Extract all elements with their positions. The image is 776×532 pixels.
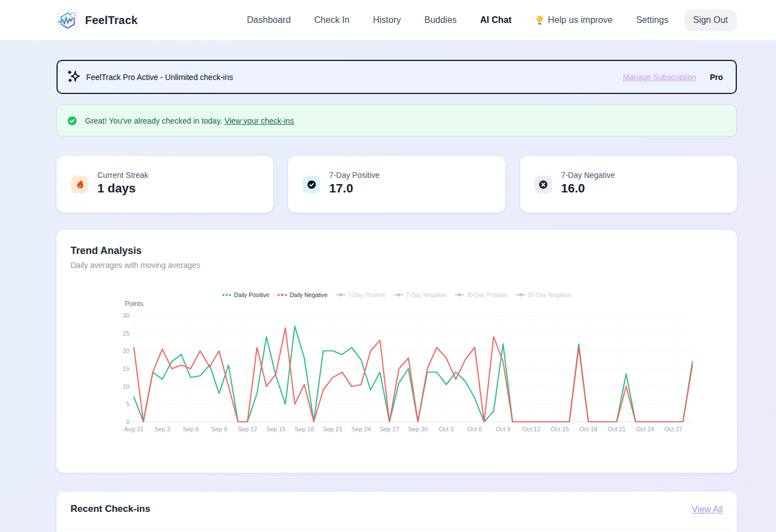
svg-text:Oct 3: Oct 3 bbox=[439, 426, 454, 432]
svg-text:Sep 27: Sep 27 bbox=[380, 426, 399, 432]
svg-text:30: 30 bbox=[123, 312, 129, 319]
svg-text:Oct 21: Oct 21 bbox=[608, 426, 625, 432]
svg-text:0: 0 bbox=[126, 418, 129, 425]
svg-text:Sep 6: Sep 6 bbox=[182, 426, 199, 432]
svg-text:25: 25 bbox=[123, 330, 129, 337]
svg-text:Sep 21: Sep 21 bbox=[323, 426, 342, 432]
svg-text:5: 5 bbox=[126, 401, 129, 407]
svg-text:Oct 12: Oct 12 bbox=[523, 426, 540, 432]
svg-text:Sep 15: Sep 15 bbox=[266, 426, 286, 432]
svg-text:15: 15 bbox=[123, 365, 129, 372]
svg-text:Oct 24: Oct 24 bbox=[636, 426, 654, 432]
svg-text:Sep 30: Sep 30 bbox=[408, 426, 427, 432]
svg-text:Sep 18: Sep 18 bbox=[294, 426, 314, 432]
svg-text:Sep 3: Sep 3 bbox=[154, 426, 171, 432]
svg-text:Oct 9: Oct 9 bbox=[496, 426, 510, 432]
svg-text:Oct 27: Oct 27 bbox=[664, 426, 682, 432]
svg-text:Sep 9: Sep 9 bbox=[211, 426, 227, 432]
svg-text:Points: Points bbox=[125, 300, 143, 308]
svg-text:Sep 24: Sep 24 bbox=[351, 426, 371, 432]
svg-text:Aug 31: Aug 31 bbox=[124, 426, 144, 432]
svg-text:Sep 12: Sep 12 bbox=[238, 426, 257, 432]
svg-text:Oct 15: Oct 15 bbox=[551, 426, 568, 432]
svg-text:Oct 6: Oct 6 bbox=[467, 426, 482, 432]
svg-text:20: 20 bbox=[123, 347, 129, 354]
svg-text:Oct 18: Oct 18 bbox=[579, 426, 597, 432]
svg-text:10: 10 bbox=[123, 383, 129, 390]
